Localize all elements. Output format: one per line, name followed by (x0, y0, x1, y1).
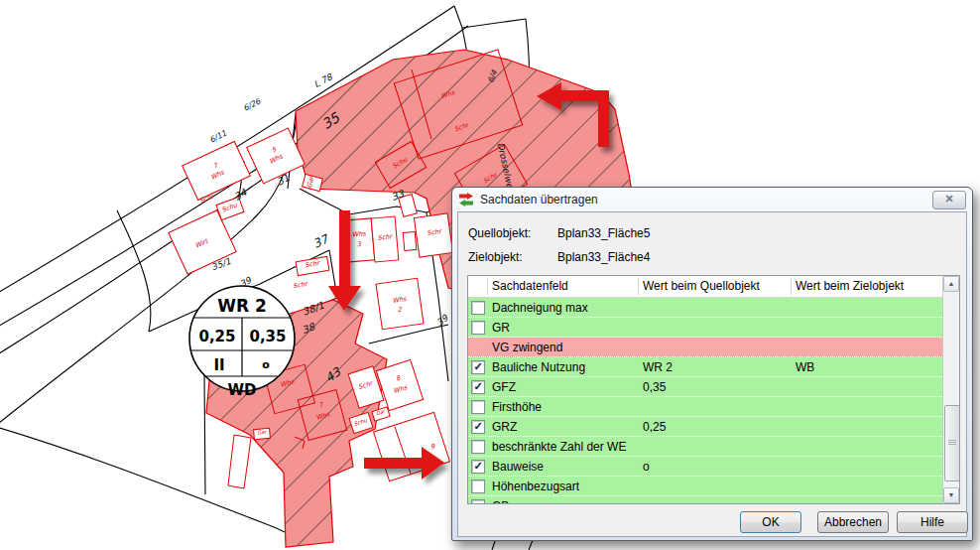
transfer-arrows-icon (458, 193, 474, 206)
svg-text:Schr: Schr (293, 280, 309, 291)
scroll-up-icon[interactable]: ▲ (943, 276, 959, 292)
dialog-client: Quellobjekt: Bplan33_Fläche5 Zielobjekt:… (457, 211, 967, 537)
svg-text:6/11: 6/11 (208, 129, 228, 145)
help-button[interactable]: Hilfe (897, 511, 968, 533)
row-checkbox[interactable] (471, 301, 485, 315)
symbol-floors: II (213, 356, 224, 374)
svg-text:6/26: 6/26 (242, 96, 263, 113)
row-checkbox[interactable] (471, 440, 485, 454)
scrollbar-thumb[interactable] (944, 405, 960, 481)
ok-button[interactable]: OK (740, 511, 801, 533)
table-row[interactable]: VG zwingend (468, 338, 942, 357)
table-row[interactable]: Firsthöhe (468, 397, 942, 417)
table-row[interactable]: ✓Bauweiseo (468, 457, 942, 477)
row-checkbox[interactable]: ✓ (471, 360, 485, 374)
source-object-value: Bplan33_Fläche5 (557, 226, 650, 240)
close-button[interactable]: ✕ (932, 191, 966, 209)
svg-text:Gar: Gar (257, 429, 267, 436)
dialog-titlebar[interactable]: Sachdaten übertragen ✕ (452, 188, 972, 211)
target-object-value: Bplan33_Fläche4 (557, 250, 650, 264)
cancel-button[interactable]: Abbrechen (817, 511, 889, 533)
dialog-title: Sachdaten übertragen (480, 193, 598, 206)
row-checkbox[interactable]: ✓ (471, 380, 485, 394)
column-wert-quellobjekt: Wert beim Quellobjekt (639, 278, 792, 295)
row-checkbox[interactable] (471, 499, 485, 505)
table-row[interactable]: ✓Bauliche NutzungWR 2WB (468, 357, 942, 377)
table-row[interactable]: Dachneigung max (468, 298, 942, 318)
row-checkbox[interactable]: ✓ (471, 420, 485, 434)
table-row[interactable]: Höhenbezugsart (468, 477, 942, 496)
svg-text:37: 37 (310, 231, 331, 251)
row-checkbox[interactable] (471, 400, 485, 414)
table-row[interactable]: ✓GRZ0,25 (468, 417, 942, 437)
symbol-gfz: 0,35 (249, 328, 286, 345)
symbol-use: WR 2 (217, 296, 267, 316)
table-row[interactable]: GR (468, 318, 942, 338)
row-checkbox[interactable] (471, 321, 485, 335)
table-row[interactable]: beschränkte Zahl der WE (468, 437, 942, 457)
source-object-label: Quellobjekt: (468, 226, 531, 240)
table-row[interactable]: ✓GFZ0,35 (468, 377, 942, 397)
scroll-down-icon[interactable]: ▼ (943, 487, 959, 503)
symbol-grz: 0,25 (198, 328, 235, 345)
svg-text:Whs: Whs (352, 229, 367, 238)
symbol-bauweise: o (262, 358, 270, 371)
row-checkbox[interactable] (471, 480, 485, 493)
attribute-table: Sachdatenfeld Wert beim Quellobjekt Wert… (467, 275, 960, 504)
target-object-label: Zielobjekt: (468, 250, 523, 264)
column-sachdatenfeld: Sachdatenfeld (488, 278, 639, 295)
table-scrollbar[interactable]: ▲ ▼ (942, 276, 959, 503)
table-header: Sachdatenfeld Wert beim Quellobjekt Wert… (468, 276, 942, 298)
svg-text:39: 39 (434, 312, 450, 328)
svg-text:Schr: Schr (377, 232, 393, 241)
symbol-roof: WD (228, 381, 257, 399)
column-wert-zielobjekt: Wert beim Zielobjekt (792, 278, 942, 295)
row-checkbox[interactable]: ✓ (471, 460, 485, 474)
table-row-clipped[interactable]: GB (468, 496, 942, 504)
sachdaten-dialog: Sachdaten übertragen ✕ Quellobjekt: Bpla… (451, 187, 973, 541)
